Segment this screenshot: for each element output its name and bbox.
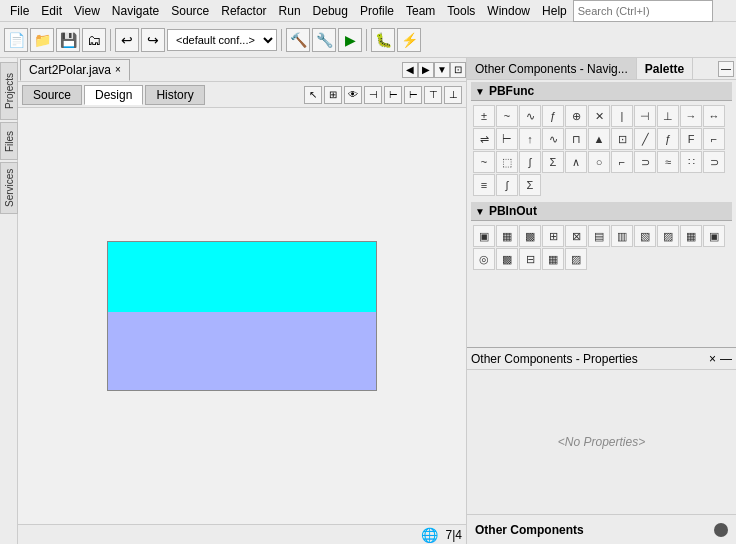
menu-navigate[interactable]: Navigate — [106, 2, 165, 20]
inout-icon-15[interactable]: ▦ — [542, 248, 564, 270]
pbinout-header[interactable]: ▼ PBInOut — [471, 202, 732, 221]
align-top-icon[interactable]: ⊤ — [424, 86, 442, 104]
config-select[interactable]: <default conf...> — [167, 29, 277, 51]
comp-icon-7[interactable]: | — [611, 105, 633, 127]
comp-icon-19[interactable]: ╱ — [634, 128, 656, 150]
comp-icon-5[interactable]: ⊕ — [565, 105, 587, 127]
menu-help[interactable]: Help — [536, 2, 573, 20]
menu-debug[interactable]: Debug — [307, 2, 354, 20]
tab-next-button[interactable]: ▶ — [418, 62, 434, 78]
comp-icon-17[interactable]: ▲ — [588, 128, 610, 150]
design-tab[interactable]: Design — [84, 85, 143, 105]
sidebar-item-files[interactable]: Files — [0, 122, 18, 160]
inout-icon-13[interactable]: ▩ — [496, 248, 518, 270]
comp-icon-20[interactable]: ƒ — [657, 128, 679, 150]
menu-view[interactable]: View — [68, 2, 106, 20]
inout-icon-8[interactable]: ▧ — [634, 225, 656, 247]
comp-icon-16[interactable]: ⊓ — [565, 128, 587, 150]
align-center-icon[interactable]: ⊢ — [384, 86, 402, 104]
history-tab[interactable]: History — [145, 85, 204, 105]
file-tab[interactable]: Cart2Polar.java × — [20, 59, 130, 81]
new-button[interactable]: 📄 — [4, 28, 28, 52]
inout-icon-10[interactable]: ▦ — [680, 225, 702, 247]
align-right-icon[interactable]: ⊢ — [404, 86, 422, 104]
sidebar-item-services[interactable]: Services — [0, 162, 18, 214]
props-close-button[interactable]: × — [709, 352, 716, 366]
menu-window[interactable]: Window — [481, 2, 536, 20]
comp-icon-22[interactable]: ⌐ — [703, 128, 725, 150]
comp-icon-13[interactable]: ⊢ — [496, 128, 518, 150]
comp-icon-33[interactable]: ⊃ — [703, 151, 725, 173]
inout-icon-2[interactable]: ▦ — [496, 225, 518, 247]
profile-run-button[interactable]: ⚡ — [397, 28, 421, 52]
menu-profile[interactable]: Profile — [354, 2, 400, 20]
comp-icon-29[interactable]: ⌐ — [611, 151, 633, 173]
menu-edit[interactable]: Edit — [35, 2, 68, 20]
comp-icon-6[interactable]: ✕ — [588, 105, 610, 127]
comp-icon-15[interactable]: ∿ — [542, 128, 564, 150]
inout-icon-6[interactable]: ▤ — [588, 225, 610, 247]
inout-icon-5[interactable]: ⊠ — [565, 225, 587, 247]
inout-icon-1[interactable]: ▣ — [473, 225, 495, 247]
comp-icon-12[interactable]: ⇌ — [473, 128, 495, 150]
comp-icon-8[interactable]: ⊣ — [634, 105, 656, 127]
menu-team[interactable]: Team — [400, 2, 441, 20]
comp-icon-27[interactable]: ∧ — [565, 151, 587, 173]
source-tab[interactable]: Source — [22, 85, 82, 105]
comp-icon-1[interactable]: ± — [473, 105, 495, 127]
inout-icon-7[interactable]: ▥ — [611, 225, 633, 247]
menu-file[interactable]: File — [4, 2, 35, 20]
tab-prev-button[interactable]: ◀ — [402, 62, 418, 78]
comp-icon-31[interactable]: ≈ — [657, 151, 679, 173]
canvas-area[interactable] — [18, 108, 466, 524]
comp-icon-23[interactable]: ~ — [473, 151, 495, 173]
comp-icon-3[interactable]: ∿ — [519, 105, 541, 127]
redo-button[interactable]: ↪ — [141, 28, 165, 52]
search-input[interactable] — [573, 0, 713, 22]
comp-icon-24[interactable]: ⬚ — [496, 151, 518, 173]
connection-tool-icon[interactable]: ⊞ — [324, 86, 342, 104]
debug-button[interactable]: 🐛 — [371, 28, 395, 52]
comp-icon-4[interactable]: ƒ — [542, 105, 564, 127]
comp-icon-11[interactable]: ↔ — [703, 105, 725, 127]
inout-icon-14[interactable]: ⊟ — [519, 248, 541, 270]
clean-build-button[interactable]: 🔧 — [312, 28, 336, 52]
comp-icon-21[interactable]: F — [680, 128, 702, 150]
comp-icon-14[interactable]: ↑ — [519, 128, 541, 150]
palette-tab[interactable]: Palette — [637, 58, 693, 79]
inout-icon-11[interactable]: ▣ — [703, 225, 725, 247]
palette-scroll[interactable]: ▼ PBFunc ± ~ ∿ ƒ ⊕ ✕ | ⊣ ⊥ → ↔ — [467, 80, 736, 347]
preview-icon[interactable]: 👁 — [344, 86, 362, 104]
navigator-tab[interactable]: Other Components - Navig... — [467, 58, 637, 79]
pbfunc-header[interactable]: ▼ PBFunc — [471, 82, 732, 101]
menu-run[interactable]: Run — [273, 2, 307, 20]
save-button[interactable]: 💾 — [56, 28, 80, 52]
select-tool-icon[interactable]: ↖ — [304, 86, 322, 104]
comp-icon-10[interactable]: → — [680, 105, 702, 127]
comp-icon-18[interactable]: ⊡ — [611, 128, 633, 150]
comp-icon-26[interactable]: Σ — [542, 151, 564, 173]
menu-tools[interactable]: Tools — [441, 2, 481, 20]
tab-list-button[interactable]: ▼ — [434, 62, 450, 78]
build-button[interactable]: 🔨 — [286, 28, 310, 52]
comp-icon-35[interactable]: ∫ — [496, 174, 518, 196]
tab-restore-button[interactable]: ⊡ — [450, 62, 466, 78]
palette-minimize-button[interactable]: — — [718, 61, 734, 77]
comp-icon-25[interactable]: ∫ — [519, 151, 541, 173]
comp-icon-34[interactable]: ≡ — [473, 174, 495, 196]
comp-icon-36[interactable]: Σ — [519, 174, 541, 196]
align-bottom-icon[interactable]: ⊥ — [444, 86, 462, 104]
undo-button[interactable]: ↩ — [115, 28, 139, 52]
open-button[interactable]: 📁 — [30, 28, 54, 52]
inout-icon-12[interactable]: ◎ — [473, 248, 495, 270]
comp-icon-9[interactable]: ⊥ — [657, 105, 679, 127]
sidebar-item-projects[interactable]: Projects — [0, 62, 18, 120]
run-button[interactable]: ▶ — [338, 28, 362, 52]
inout-icon-16[interactable]: ▨ — [565, 248, 587, 270]
menu-source[interactable]: Source — [165, 2, 215, 20]
inout-icon-4[interactable]: ⊞ — [542, 225, 564, 247]
comp-icon-2[interactable]: ~ — [496, 105, 518, 127]
other-components-bar[interactable]: Other Components — [467, 514, 736, 544]
comp-icon-30[interactable]: ⊃ — [634, 151, 656, 173]
menu-refactor[interactable]: Refactor — [215, 2, 272, 20]
